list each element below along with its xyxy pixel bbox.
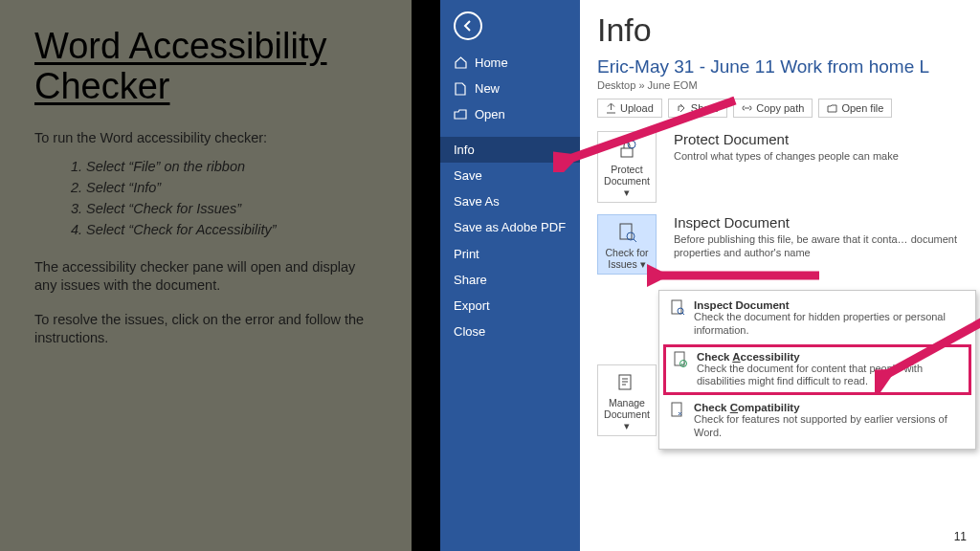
button-label: Check for Issues ▾ — [600, 247, 654, 270]
lock-icon — [600, 138, 654, 161]
back-arrow-icon — [460, 18, 476, 33]
step-item: Select “Info” — [86, 180, 377, 195]
svg-rect-2 — [620, 224, 632, 239]
button-label: Copy path — [756, 102, 804, 114]
dropdown-item-title: Check Compatibility — [694, 402, 800, 413]
step-item: Select “File” on the ribbon — [86, 159, 377, 174]
sidebar-item-save[interactable]: Save — [440, 163, 580, 188]
dropdown-item-title: Inspect Document — [694, 299, 790, 311]
word-file-sidebar: Home New Open Info Save S — [440, 0, 580, 551]
sidebar-item-label: Open — [475, 107, 505, 121]
compatibility-icon — [669, 402, 686, 419]
step-item: Select “Check for Issues” — [86, 201, 377, 216]
open-file-button[interactable]: Open file — [818, 99, 892, 118]
check-for-issues-button[interactable]: Check for Issues ▾ — [597, 214, 657, 275]
manage-icon — [600, 371, 654, 394]
protect-desc: Control what types of changes people can… — [674, 149, 980, 163]
svg-rect-0 — [621, 148, 633, 157]
link-icon — [742, 103, 752, 114]
left-pane: Word Accessibility Checker To run the Wo… — [0, 0, 412, 551]
dropdown-check-accessibility[interactable]: Check Accessibility Check the document f… — [663, 344, 971, 396]
document-path: Desktop » June EOM — [597, 79, 980, 91]
upload-button[interactable]: Upload — [597, 99, 662, 118]
dropdown-check-compatibility[interactable]: Check Compatibility Check for features n… — [659, 397, 975, 445]
info-header: Info — [597, 11, 980, 49]
sidebar-item-label: New — [475, 81, 500, 96]
word-screenshot: Home New Open Info Save S — [440, 0, 980, 551]
paragraph-1: The accessibility checker pane will open… — [34, 258, 377, 296]
sidebar-item-info[interactable]: Info — [440, 137, 580, 163]
accessibility-icon — [672, 351, 689, 368]
slide-title: Word Accessibility Checker — [34, 27, 377, 107]
sidebar-item-open[interactable]: Open — [440, 101, 580, 127]
button-label: Manage Document ▾ — [600, 397, 654, 431]
share-icon — [677, 103, 687, 114]
home-icon — [454, 56, 467, 70]
inspect-section: Check for Issues ▾ Inspect Document Befo… — [597, 214, 980, 275]
sidebar-item-label: Home — [475, 55, 508, 70]
info-pane: Info Eric-May 31 - June 11 Work from hom… — [580, 0, 980, 551]
copy-path-button[interactable]: Copy path — [733, 99, 813, 118]
button-label: Share — [691, 102, 719, 114]
new-icon — [454, 82, 467, 96]
sidebar-item-label: Export — [454, 298, 490, 313]
sidebar-item-new[interactable]: New — [440, 76, 580, 101]
inspect-desc: Before publishing this file, be aware th… — [674, 232, 980, 260]
sidebar-item-label: Close — [454, 324, 485, 339]
page-number: 11 — [954, 530, 967, 543]
folder-icon — [827, 103, 837, 114]
manage-document-button[interactable]: Manage Document ▾ — [597, 364, 657, 436]
slide: Word Accessibility Checker To run the Wo… — [0, 0, 980, 551]
sidebar-item-close[interactable]: Close — [440, 319, 580, 344]
open-icon — [454, 108, 467, 121]
paragraph-2: To resolve the issues, click on the erro… — [34, 311, 377, 348]
step-item: Select “Check for Accessibility” — [86, 222, 377, 237]
dropdown-inspect-document[interactable]: Inspect Document Check the document for … — [659, 295, 975, 342]
dropdown-item-desc: Check for features not supported by earl… — [694, 413, 966, 440]
inspect-title: Inspect Document — [674, 214, 980, 231]
protect-title: Protect Document — [674, 131, 980, 147]
sidebar-item-share[interactable]: Share — [440, 267, 580, 293]
check-issues-dropdown: Inspect Document Check the document for … — [658, 290, 976, 450]
svg-point-1 — [628, 141, 635, 148]
button-label: Protect Document ▾ — [600, 164, 654, 198]
sidebar-item-label: Share — [454, 273, 487, 287]
sidebar-item-save-adobe-pdf[interactable]: Save as Adobe PDF — [440, 214, 580, 241]
sidebar-item-label: Print — [454, 247, 479, 261]
dropdown-item-desc: Check the document for content that peop… — [697, 363, 963, 389]
inspect-document-icon — [669, 299, 686, 317]
vertical-divider — [412, 0, 440, 551]
dropdown-item-title: Check Accessibility — [697, 351, 800, 363]
upload-icon — [606, 103, 616, 114]
sidebar-item-label: Save As — [454, 194, 500, 209]
svg-rect-6 — [675, 352, 684, 365]
protect-document-button[interactable]: Protect Document ▾ — [597, 131, 657, 203]
sidebar-item-home[interactable]: Home — [440, 50, 580, 76]
intro-text: To run the Word accessibility checker: — [34, 130, 377, 145]
sidebar-item-label: Save as Adobe PDF — [454, 220, 566, 235]
info-toolbar: Upload Share Copy path Open file — [597, 99, 980, 118]
steps-list: Select “File” on the ribbon Select “Info… — [34, 159, 377, 237]
document-title: Eric-May 31 - June 11 Work from home L — [597, 56, 980, 77]
sidebar-item-save-as[interactable]: Save As — [440, 188, 580, 214]
button-label: Open file — [841, 102, 883, 114]
back-button[interactable] — [454, 11, 482, 40]
inspect-icon — [600, 221, 654, 244]
protect-section: Protect Document ▾ Protect Document Cont… — [597, 131, 980, 203]
dropdown-item-desc: Check the document for hidden properties… — [694, 311, 966, 338]
sidebar-item-label: Save — [454, 168, 482, 183]
sidebar-item-export[interactable]: Export — [440, 293, 580, 319]
button-label: Upload — [620, 102, 654, 114]
sidebar-item-label: Info — [454, 143, 475, 157]
svg-rect-4 — [672, 300, 681, 314]
share-button[interactable]: Share — [668, 99, 727, 118]
sidebar-item-print[interactable]: Print — [440, 241, 580, 267]
